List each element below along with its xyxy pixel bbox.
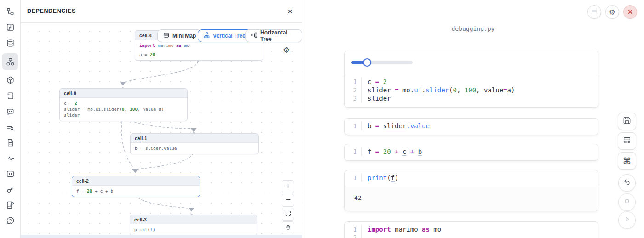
menu-icon	[591, 8, 598, 16]
sidebar	[0, 0, 21, 238]
arrowhead-icon	[189, 208, 195, 212]
line-number: 1	[345, 174, 361, 182]
dependencies-header: DEPENDENCIES ×	[21, 0, 302, 23]
horizontal-tree-icon	[251, 32, 258, 40]
shutdown-button[interactable]: ×	[623, 5, 637, 19]
code-editor[interactable]: 1f = 20 + c + b	[345, 144, 598, 160]
command-icon: ⌘	[623, 157, 632, 165]
close-icon[interactable]: ×	[285, 6, 295, 17]
notebook-cell-0[interactable]: 1c = 22slider = mo.ui.slider(0, 100, val…	[344, 51, 598, 108]
line-number: 1	[345, 147, 361, 156]
graph-node-code: print(f)	[130, 224, 257, 235]
zoom-controls	[282, 180, 294, 234]
panel-title: DEPENDENCIES	[27, 8, 76, 14]
notebook-panel: ⚙× debugging.py 1c = 22slider = mo.ui.sl…	[302, 0, 644, 238]
minus-icon	[285, 196, 292, 205]
vertical-tree-button[interactable]: Vertical Tree	[198, 29, 251, 42]
graph-node-cell-1[interactable]: cell-1b = slider.value	[130, 133, 259, 154]
arrowhead-icon	[132, 169, 138, 173]
dependency-graph-canvas[interactable]: cell-4import marimo as moa = 20cell-0c =…	[21, 22, 302, 235]
code-editor[interactable]: 1print(f)	[345, 170, 598, 187]
notebook-cell-3[interactable]: 1print(f)42	[344, 170, 598, 211]
scroll-icon	[6, 91, 15, 100]
graph-node-cell-0[interactable]: cell-0c = 2slider = mo.ui.slider(0, 100,…	[59, 88, 188, 121]
layout-button[interactable]	[618, 132, 636, 150]
save-icon	[623, 116, 631, 126]
save-button[interactable]	[618, 113, 636, 130]
sidebar-item-packages[interactable]	[2, 75, 18, 85]
plus-icon	[285, 182, 292, 191]
sidebar-item-logs[interactable]	[2, 91, 18, 101]
graph-node-code: f = 20 + c + b	[72, 186, 200, 197]
sidebar-item-chat[interactable]	[2, 106, 18, 117]
vertical-tree-icon	[203, 32, 210, 40]
play-icon	[623, 215, 631, 225]
sidebar-item-search[interactable]	[2, 122, 18, 132]
mini-map-button[interactable]: Mini Map	[157, 29, 201, 42]
horizontal-tree-button[interactable]: Horizontal Tree	[245, 29, 302, 42]
notebook-cell-4[interactable]: 1import marimo as mo2	[344, 221, 598, 238]
slider-thumb[interactable]	[363, 58, 371, 67]
sidebar-item-dependency-graph[interactable]	[2, 53, 18, 70]
sidebar-item-functions[interactable]	[2, 22, 18, 33]
package-icon	[6, 76, 15, 85]
database-icon	[6, 39, 15, 47]
code-block-icon	[6, 170, 15, 178]
line-number: 2	[345, 233, 361, 238]
notebook-filename[interactable]: debugging.py	[302, 25, 644, 32]
graph-node-code: c = 2slider = mo.ui.slider(0, 100, value…	[60, 98, 187, 121]
activity-icon	[6, 154, 15, 163]
notebook-cell-2[interactable]: 1f = 20 + c + b	[344, 144, 598, 161]
code-editor[interactable]: 1c = 22slider = mo.ui.slider(0, 100, val…	[345, 74, 598, 107]
slider-widget[interactable]	[351, 61, 413, 64]
stop-button	[618, 193, 636, 211]
fit-view-button[interactable]	[282, 208, 294, 221]
line-number: 2	[345, 86, 361, 94]
shortcuts-button[interactable]: ⌘	[618, 152, 636, 170]
slider-output-area	[345, 51, 598, 74]
graph-node-title: cell-1	[131, 134, 258, 143]
run-button	[618, 211, 636, 229]
graph-node-code: b = slider.value	[131, 143, 258, 154]
zoom-out-button[interactable]	[282, 194, 294, 207]
dependencies-panel: DEPENDENCIES × cell-4import marimo as mo…	[21, 0, 302, 238]
help-icon	[6, 216, 15, 225]
arrowhead-icon	[191, 128, 197, 132]
graph-node-code: import marimo as moa = 20	[135, 40, 263, 60]
line-number: 3	[345, 94, 361, 102]
graph-settings-gear-icon[interactable]: ⚙	[283, 46, 290, 54]
notebook-cell-1[interactable]: 1b = slider.value	[344, 118, 598, 135]
edge-cell-1-to-cell-2	[138, 153, 194, 169]
line-number: 1	[345, 225, 361, 233]
undo-icon	[623, 178, 631, 188]
zoom-in-button[interactable]	[282, 180, 294, 193]
minimap-icon	[163, 32, 170, 40]
locate-button[interactable]	[282, 221, 294, 234]
sidebar-item-data-sources[interactable]	[2, 38, 18, 48]
file-tree-icon	[6, 7, 15, 16]
graph-node-cell-2[interactable]: cell-2f = 20 + c + b	[72, 176, 200, 197]
menu-button[interactable]	[587, 5, 601, 19]
sidebar-item-tracing[interactable]	[2, 153, 18, 164]
sidebar-item-outline[interactable]	[2, 169, 18, 179]
scratchpad-icon	[6, 201, 15, 210]
arrowhead-icon	[120, 82, 126, 86]
layout-icon	[623, 136, 631, 146]
stop-icon	[623, 197, 631, 207]
sidebar-item-scratchpad[interactable]	[2, 200, 18, 210]
mini-map-label: Mini Map	[172, 33, 196, 39]
sidebar-item-secrets[interactable]	[2, 184, 18, 195]
settings-button[interactable]: ⚙	[605, 5, 619, 19]
sidebar-item-help[interactable]	[2, 215, 18, 226]
function-icon	[6, 23, 15, 32]
graph-node-cell-3[interactable]: cell-3print(f)	[130, 215, 257, 235]
horizontal-tree-label: Horizontal Tree	[260, 29, 297, 42]
undo-button[interactable]	[618, 174, 636, 192]
code-editor[interactable]: 1b = slider.value	[345, 119, 598, 135]
gear-icon: ⚙	[609, 9, 615, 16]
edge-cell-4-to-cell-0	[125, 62, 198, 82]
code-editor[interactable]: 1import marimo as mo2	[345, 222, 598, 238]
horizontal-scrollbar[interactable]	[21, 235, 302, 238]
sidebar-item-file-tree[interactable]	[2, 6, 18, 17]
sidebar-item-snippets[interactable]	[2, 137, 18, 148]
